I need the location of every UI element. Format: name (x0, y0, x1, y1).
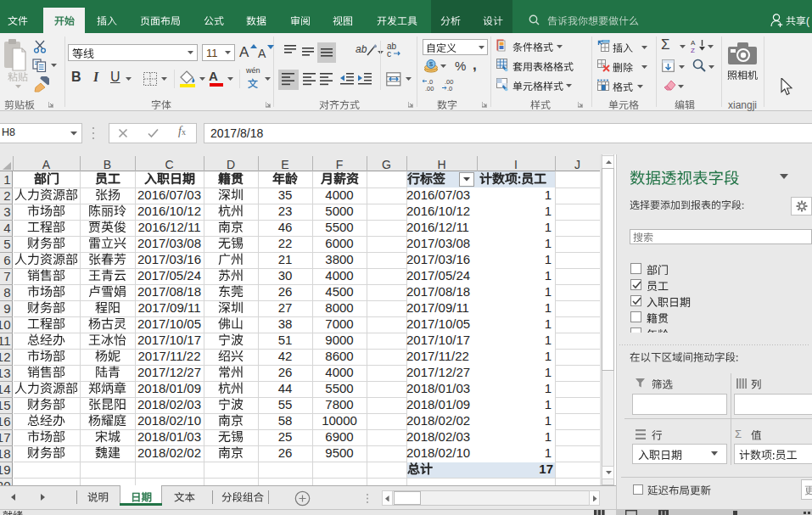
svg-text:.0: .0 (447, 85, 452, 91)
svg-text:Z: Z (691, 47, 695, 53)
svg-text:$: $ (429, 60, 434, 68)
svg-text:.00: .00 (425, 85, 434, 91)
